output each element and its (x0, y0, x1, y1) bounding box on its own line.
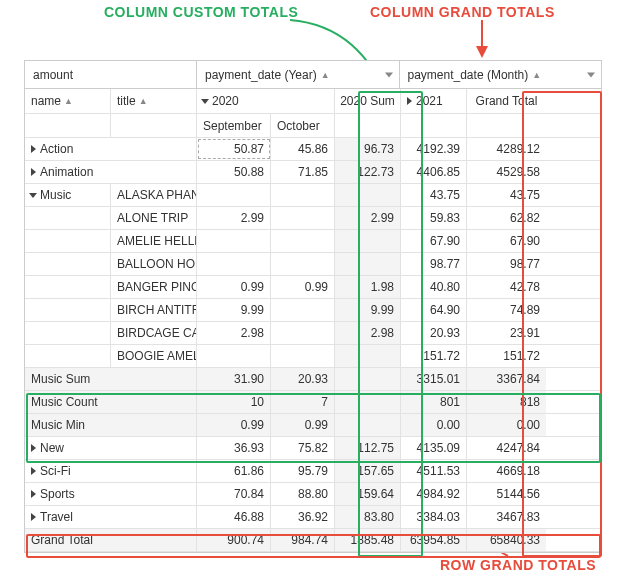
cell: 67.90 (467, 230, 546, 252)
cell: 50.88 (197, 161, 271, 183)
expand-icon (31, 467, 36, 475)
cell (271, 184, 335, 206)
row-subheader[interactable]: BALLOON HOME... (111, 253, 197, 275)
cell: 83.80 (335, 506, 401, 528)
cell (197, 345, 271, 367)
row-field-title[interactable]: title ▲ (111, 89, 197, 113)
table-row: Animation 50.88 71.85 122.73 4406.85 452… (25, 161, 601, 184)
chevron-down-icon (385, 72, 393, 77)
cell: 0.99 (197, 414, 271, 436)
label-column-custom-totals: COLUMN CUSTOM TOTALS (104, 4, 298, 20)
cell: 2.99 (197, 207, 271, 229)
cell: 9.99 (335, 299, 401, 321)
cell: 31.90 (197, 368, 271, 390)
cell (335, 414, 401, 436)
cell: 36.93 (197, 437, 271, 459)
header-row-3: September October (25, 114, 601, 138)
cell (335, 230, 401, 252)
row-subheader[interactable]: BIRDCAGE CASP... (111, 322, 197, 344)
row-header-scifi[interactable]: Sci-Fi (25, 460, 197, 482)
cell: 112.75 (335, 437, 401, 459)
table-row: ALONE TRIP 2.99 2.99 59.83 62.82 (25, 207, 601, 230)
col-header-grand-total: Grand Total (467, 89, 546, 113)
cell: 1885.48 (335, 529, 401, 551)
measure-field[interactable]: amount (25, 61, 197, 89)
cell: 40.80 (401, 276, 467, 298)
cell (335, 368, 401, 390)
chevron-down-icon (587, 72, 595, 77)
expand-icon (31, 145, 36, 153)
cell: 157.65 (335, 460, 401, 482)
cell: 4984.92 (401, 483, 467, 505)
cell: 20.93 (401, 322, 467, 344)
row-subheader[interactable]: AMELIE HELLFIG... (111, 230, 197, 252)
row-subheader[interactable]: ALASKA PHANTOM (111, 184, 197, 206)
row-header-music[interactable]: Music (25, 184, 111, 206)
row-subheader[interactable]: ALONE TRIP (111, 207, 197, 229)
cell (271, 253, 335, 275)
cell: 151.72 (401, 345, 467, 367)
col-header-september[interactable]: September (197, 114, 271, 137)
row-label: New (40, 441, 64, 455)
cell: 4135.09 (401, 437, 467, 459)
row-field-name[interactable]: name ▲ (25, 89, 111, 113)
cell: 4289.12 (467, 138, 546, 160)
column-field-month[interactable]: payment_date (Month) ▲ (400, 61, 602, 89)
cell (197, 230, 271, 252)
row-header-action[interactable]: Action (25, 138, 197, 160)
column-field-month-label: payment_date (Month) (408, 68, 529, 82)
cell: 62.82 (467, 207, 546, 229)
cell: 3467.83 (467, 506, 546, 528)
row-subheader[interactable]: BIRCH ANTITRUST (111, 299, 197, 321)
column-field-year-label: payment_date (Year) (205, 68, 317, 82)
cell: 71.85 (271, 161, 335, 183)
cell: 46.88 (197, 506, 271, 528)
row-field-title-label: title (117, 94, 136, 108)
row-music-sum: Music Sum 31.90 20.93 3315.01 3367.84 (25, 368, 601, 391)
col-header-2020-sum[interactable]: 2020 Sum (335, 89, 401, 113)
col-header-2020[interactable]: 2020 (197, 89, 335, 113)
cell: 159.64 (335, 483, 401, 505)
cell (271, 230, 335, 252)
cell: 45.86 (271, 138, 335, 160)
table-row: Sports 70.84 88.80 159.64 4984.92 5144.5… (25, 483, 601, 506)
row-header-travel[interactable]: Travel (25, 506, 197, 528)
cell: 1.98 (335, 276, 401, 298)
cell: 36.92 (271, 506, 335, 528)
sort-asc-icon: ▲ (64, 96, 73, 106)
row-subheader[interactable]: BANGER PINOC... (111, 276, 197, 298)
col-header-october[interactable]: October (271, 114, 335, 137)
row-total-label: Music Count (25, 391, 197, 413)
row-header-new[interactable]: New (25, 437, 197, 459)
table-row: Travel 46.88 36.92 83.80 3384.03 3467.83 (25, 506, 601, 529)
cell: 4406.85 (401, 161, 467, 183)
row-header-sports[interactable]: Sports (25, 483, 197, 505)
col-header-2021[interactable]: 2021 (401, 89, 467, 113)
cell (335, 345, 401, 367)
cell: 818 (467, 391, 546, 413)
cell: 96.73 (335, 138, 401, 160)
cell (335, 184, 401, 206)
row-label: Sci-Fi (40, 464, 71, 478)
header-row-2: name ▲ title ▲ 2020 2020 Sum 2021 Grand … (25, 89, 601, 114)
row-label: Music (40, 188, 71, 202)
cell (271, 299, 335, 321)
cell: 61.86 (197, 460, 271, 482)
row-grand-total: Grand Total 900.74 984.74 1885.48 63954.… (25, 529, 601, 552)
row-subheader[interactable]: BOOGIE AMELIE (111, 345, 197, 367)
cell: 43.75 (401, 184, 467, 206)
row-music-min: Music Min 0.99 0.99 0.00 0.00 (25, 414, 601, 437)
column-field-year[interactable]: payment_date (Year) ▲ (197, 61, 400, 89)
row-header-animation[interactable]: Animation (25, 161, 197, 183)
cell: 67.90 (401, 230, 467, 252)
row-label: Animation (40, 165, 93, 179)
table-row: BANGER PINOC... 0.99 0.99 1.98 40.80 42.… (25, 276, 601, 299)
cell: 23.91 (467, 322, 546, 344)
table-row: Sci-Fi 61.86 95.79 157.65 4511.53 4669.1… (25, 460, 601, 483)
cell: 984.74 (271, 529, 335, 551)
table-row: BOOGIE AMELIE 151.72 151.72 (25, 345, 601, 368)
cell: 7 (271, 391, 335, 413)
sort-asc-icon: ▲ (532, 70, 541, 80)
cell: 4669.18 (467, 460, 546, 482)
expand-icon (31, 513, 36, 521)
